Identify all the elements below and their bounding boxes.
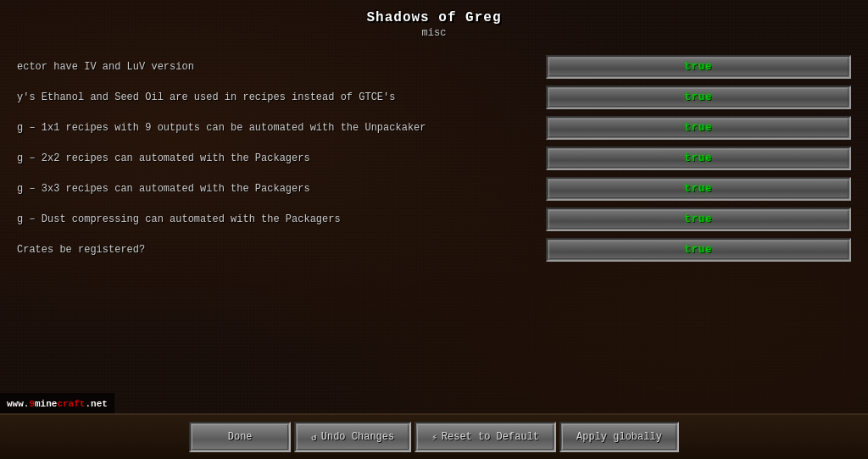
setting-toggle[interactable]: true — [546, 207, 851, 231]
apply-globally-button[interactable]: Apply globally — [559, 422, 679, 452]
setting-toggle[interactable]: true — [546, 55, 851, 79]
setting-toggle[interactable]: true — [546, 147, 851, 170]
setting-row: ector have IV and LuV versiontrue — [17, 53, 851, 81]
content-area: ector have IV and LuV versiontruey's Eth… — [0, 44, 868, 413]
setting-row: y's Ethanol and Seed Oil are used in rec… — [17, 83, 851, 112]
setting-label: g – 1x1 recipes with 9 outputs can be au… — [17, 122, 546, 134]
setting-label: Crates be registered? — [17, 244, 546, 256]
watermark: www.9minecraft.net — [0, 393, 114, 413]
setting-row: g – 3x3 recipes can automated with the P… — [17, 174, 851, 203]
undo-icon: ↺ — [311, 432, 317, 443]
toggle-value: true — [685, 244, 713, 256]
setting-toggle[interactable]: true — [546, 238, 851, 262]
setting-label: g – 2x2 recipes can automated with the P… — [17, 152, 546, 164]
done-label: Done — [228, 431, 253, 443]
toggle-value: true — [685, 183, 713, 195]
toggle-value: true — [685, 213, 713, 225]
settings-list: ector have IV and LuV versiontruey's Eth… — [17, 53, 851, 264]
screen: Shadows of Greg misc ector have IV and L… — [0, 0, 868, 459]
done-button[interactable]: Done — [189, 422, 291, 452]
setting-row: g – 2x2 recipes can automated with the P… — [17, 144, 851, 173]
undo-button[interactable]: ↺ Undo Changes — [294, 422, 411, 452]
undo-label: Undo Changes — [321, 431, 394, 443]
footer: www.9minecraft.net Done ↺ Undo Changes ⚡… — [0, 413, 868, 459]
setting-toggle[interactable]: true — [546, 86, 851, 109]
reset-label: Reset to Default — [442, 431, 539, 443]
page-subtitle: misc — [0, 27, 868, 39]
setting-label: y's Ethanol and Seed Oil are used in rec… — [17, 91, 546, 103]
header: Shadows of Greg misc — [0, 0, 868, 44]
apply-label: Apply globally — [576, 431, 662, 443]
toggle-value: true — [685, 61, 713, 73]
reset-icon: ⚡ — [431, 432, 437, 443]
setting-toggle[interactable]: true — [546, 116, 851, 140]
toggle-value: true — [685, 152, 713, 164]
toggle-value: true — [685, 122, 713, 134]
setting-row: Crates be registered?true — [17, 235, 851, 264]
setting-row: g – 1x1 recipes with 9 outputs can be au… — [17, 113, 851, 142]
setting-label: g – 3x3 recipes can automated with the P… — [17, 183, 546, 195]
setting-label: ector have IV and LuV version — [17, 61, 546, 73]
page-title: Shadows of Greg — [0, 10, 868, 25]
toggle-value: true — [685, 91, 713, 103]
setting-toggle[interactable]: true — [546, 177, 851, 201]
setting-label: g – Dust compressing can automated with … — [17, 213, 546, 225]
reset-button[interactable]: ⚡ Reset to Default — [415, 422, 556, 452]
setting-row: g – Dust compressing can automated with … — [17, 205, 851, 234]
